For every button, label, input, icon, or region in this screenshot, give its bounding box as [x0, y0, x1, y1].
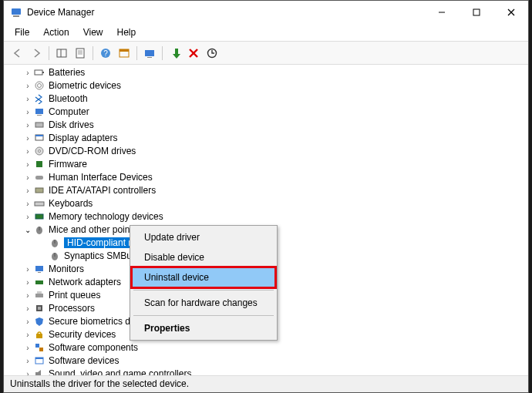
chevron-right-icon: › [22, 160, 33, 169]
svg-rect-48 [37, 291, 42, 294]
minimize-button[interactable] [424, 1, 459, 24]
menu-file[interactable]: File [8, 25, 35, 39]
toolbar: ? [4, 42, 528, 65]
back-button[interactable] [10, 45, 25, 61]
tree-item-batteries[interactable]: ›Batteries [4, 66, 528, 79]
tree-item-swcomp[interactable]: ›Software components [4, 341, 528, 354]
tree-label: Disk drives [49, 119, 94, 130]
tree-label: Memory technology devices [49, 211, 163, 222]
tree-item-keyboards[interactable]: ›Keyboards [4, 197, 528, 210]
app-icon [10, 6, 22, 18]
tree-item-bluetooth[interactable]: ›Bluetooth [4, 92, 528, 105]
menu-help[interactable]: Help [111, 25, 143, 39]
tree-item-computer[interactable]: ›Computer [4, 106, 528, 118]
titlebar: Device Manager [4, 1, 528, 24]
tree-item-memory[interactable]: ›Memory technology devices [4, 210, 528, 223]
chevron-right-icon: › [22, 173, 33, 182]
tree-item-disk[interactable]: ›Disk drives [4, 119, 528, 131]
update-icon[interactable] [204, 45, 220, 61]
computer-icon [33, 106, 45, 118]
context-disable-device[interactable]: Disable device [132, 247, 275, 267]
tree-item-swdev[interactable]: ›Software devices [4, 354, 528, 367]
bluetooth-icon [33, 92, 45, 105]
tree-label: Batteries [49, 67, 85, 78]
chevron-right-icon: › [22, 147, 33, 156]
shield-icon [33, 315, 45, 328]
svg-rect-26 [35, 109, 43, 114]
svg-rect-18 [175, 49, 178, 54]
chevron-right-icon: › [22, 134, 33, 143]
tree-item-hid[interactable]: ›Human Interface Devices [4, 171, 528, 183]
chevron-right-icon: › [22, 278, 33, 287]
tree-item-display[interactable]: ›Display adapters [4, 132, 528, 144]
svg-rect-53 [39, 348, 43, 351]
memory-icon [33, 210, 45, 223]
keyboard-icon [33, 197, 45, 210]
chevron-right-icon: › [22, 108, 33, 116]
tree-item-firmware[interactable]: ›Firmware [4, 158, 528, 170]
menu-action[interactable]: Action [37, 25, 75, 39]
svg-rect-30 [35, 135, 43, 136]
tree-label: IDE ATA/ATAPI controllers [49, 185, 156, 196]
help-icon[interactable]: ? [98, 45, 113, 61]
uninstall-icon[interactable] [186, 45, 201, 61]
display-icon [33, 132, 45, 144]
svg-rect-3 [473, 9, 480, 15]
svg-rect-16 [145, 50, 154, 56]
toolbar-separator [49, 46, 49, 60]
tree-item-dvd[interactable]: ›DVD/CD-ROM drives [4, 145, 528, 157]
chevron-right-icon: › [22, 357, 33, 365]
tree-label: Software devices [49, 355, 119, 366]
toolbar-separator [162, 46, 163, 60]
chevron-right-icon: › [22, 291, 33, 300]
svg-rect-1 [13, 15, 19, 17]
chevron-right-icon: › [22, 265, 33, 274]
tree-label: Sound, video and game controllers [49, 368, 191, 375]
toolbar-separator [93, 46, 93, 60]
context-separator [133, 315, 274, 316]
svg-rect-6 [57, 49, 66, 57]
svg-rect-46 [35, 280, 43, 284]
context-properties[interactable]: Properties [132, 318, 275, 338]
chip-icon [33, 158, 45, 170]
chevron-right-icon: › [22, 331, 33, 339]
hid-icon [33, 171, 45, 183]
context-update-driver[interactable]: Update driver [132, 227, 275, 247]
forward-button[interactable] [29, 45, 44, 61]
svg-rect-51 [36, 334, 42, 338]
tree-label: Network adapters [49, 277, 121, 287]
show-hide-console-icon[interactable] [54, 45, 69, 61]
svg-rect-50 [38, 307, 41, 310]
enable-icon[interactable] [167, 45, 183, 61]
tree-item-sound[interactable]: ›Sound, video and game controllers [4, 368, 528, 375]
svg-rect-52 [35, 344, 39, 348]
tree-label: Secure biometrics dev [49, 316, 140, 327]
tree-label: Display adapters [49, 133, 117, 143]
menu-view[interactable]: View [77, 25, 109, 39]
chevron-down-icon: ⌄ [22, 226, 33, 234]
svg-rect-47 [35, 294, 43, 297]
svg-rect-27 [37, 115, 42, 116]
mouse-icon [33, 223, 45, 236]
chevron-right-icon: › [22, 200, 33, 208]
tree-item-ide[interactable]: ›IDE ATA/ATAPI controllers [4, 184, 528, 196]
svg-rect-28 [35, 123, 43, 127]
toolbar-separator [136, 46, 137, 60]
chevron-right-icon: › [22, 186, 33, 195]
controller-icon [33, 184, 45, 196]
statusbar: Uninstalls the driver for the selected d… [4, 375, 528, 392]
tree-item-biometric[interactable]: ›Biometric devices [4, 79, 528, 92]
tree-label: Monitors [49, 264, 84, 274]
close-button[interactable] [493, 1, 528, 24]
context-uninstall-device[interactable]: Uninstall device [132, 267, 275, 287]
svg-point-32 [39, 150, 41, 153]
action-icon[interactable] [116, 45, 132, 61]
context-scan-hardware[interactable]: Scan for hardware changes [132, 293, 275, 313]
maximize-button[interactable] [459, 1, 493, 24]
chevron-right-icon: › [22, 69, 33, 77]
properties-icon[interactable] [72, 45, 88, 61]
monitor-icon [33, 263, 45, 275]
svg-rect-44 [35, 266, 43, 271]
scan-icon[interactable] [142, 45, 157, 61]
tree-label: Keyboards [49, 198, 93, 209]
